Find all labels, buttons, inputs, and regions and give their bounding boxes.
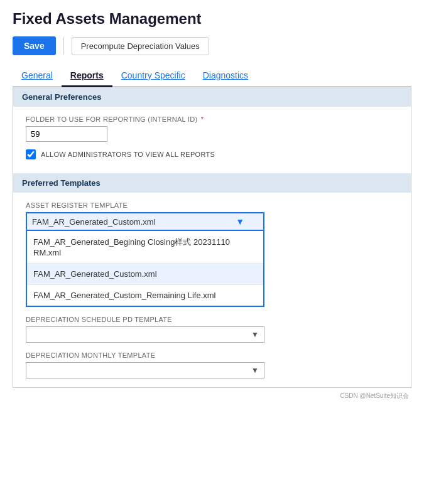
allow-admins-checkbox[interactable] (26, 149, 36, 159)
dropdown-selected-text: FAM_AR_Generated_Custom.xml (32, 217, 156, 227)
asset-register-dropdown[interactable]: FAM_AR_Generated_Custom.xml ▼ FAM_AR_Gen… (26, 212, 264, 307)
save-button[interactable]: Save (13, 36, 56, 55)
depreciation-schedule-label: DEPRECIATION SCHEDULE PD TEMPLATE (26, 316, 398, 323)
asset-register-dropdown-wrapper: FAM_AR_Generated_Custom.xml ▼ FAM_AR_Gen… (26, 212, 398, 307)
general-preferences-body: FOLDER TO USE FOR REPORTING (INTERNAL ID… (13, 107, 411, 173)
required-marker: * (198, 115, 204, 123)
dropdown-item-1[interactable]: FAM_AR_Generated_Custom.xml (27, 264, 263, 285)
dropdown-selected[interactable]: FAM_AR_Generated_Custom.xml ▼ (26, 212, 264, 231)
precompute-button[interactable]: Precompute Depreciation Values (72, 37, 209, 55)
depreciation-monthly-label: DEPRECIATION MONTHLY TEMPLATE (26, 351, 398, 359)
dropdown-arrow-icon: ▼ (236, 217, 244, 227)
depreciation-monthly-arrow-icon: ▼ (251, 366, 259, 375)
page-title: Fixed Assets Management (13, 10, 411, 28)
depreciation-schedule-dropdown[interactable]: ▼ (26, 326, 264, 343)
depreciation-schedule-arrow-icon: ▼ (251, 330, 259, 339)
depreciation-schedule-field: DEPRECIATION SCHEDULE PD TEMPLATE ▼ (26, 316, 398, 343)
folder-label: FOLDER TO USE FOR REPORTING (INTERNAL ID… (26, 115, 398, 123)
toolbar-divider (63, 37, 64, 55)
page-container: Fixed Assets Management Save Precompute … (0, 0, 424, 410)
dropdown-item-2[interactable]: FAM_AR_Generated_Custom_Remaining Life.x… (27, 285, 263, 306)
preferred-templates-body: ASSET REGISTER TEMPLATE FAM_AR_Generated… (13, 193, 411, 387)
tab-reports[interactable]: Reports (62, 65, 112, 87)
tab-general[interactable]: General (13, 65, 62, 87)
toolbar: Save Precompute Depreciation Values (13, 36, 411, 55)
folder-input[interactable] (26, 126, 107, 142)
dropdown-item-0[interactable]: FAM_AR_Generated_Begining Closing样式 2023… (27, 231, 263, 264)
dropdown-list: FAM_AR_Generated_Begining Closing样式 2023… (26, 231, 264, 307)
watermark: CSDN @NetSuite知识会 (13, 392, 411, 400)
preferred-templates-header: Preferred Templates (13, 173, 411, 193)
tab-content: General Preferences FOLDER TO USE FOR RE… (13, 87, 411, 388)
general-preferences-header: General Preferences (13, 87, 411, 107)
allow-admins-label: ALLOW ADMINISTRATORS TO VIEW ALL REPORTS (41, 151, 215, 158)
tab-country-specific[interactable]: Country Specific (112, 65, 194, 87)
depreciation-monthly-dropdown[interactable]: ▼ (26, 362, 264, 378)
depreciation-monthly-field: DEPRECIATION MONTHLY TEMPLATE ▼ (26, 351, 398, 378)
asset-register-label: ASSET REGISTER TEMPLATE (26, 201, 398, 209)
tab-diagnostics[interactable]: Diagnostics (194, 65, 257, 87)
allow-admins-row: ALLOW ADMINISTRATORS TO VIEW ALL REPORTS (26, 149, 398, 159)
tabs-bar: General Reports Country Specific Diagnos… (13, 65, 411, 87)
